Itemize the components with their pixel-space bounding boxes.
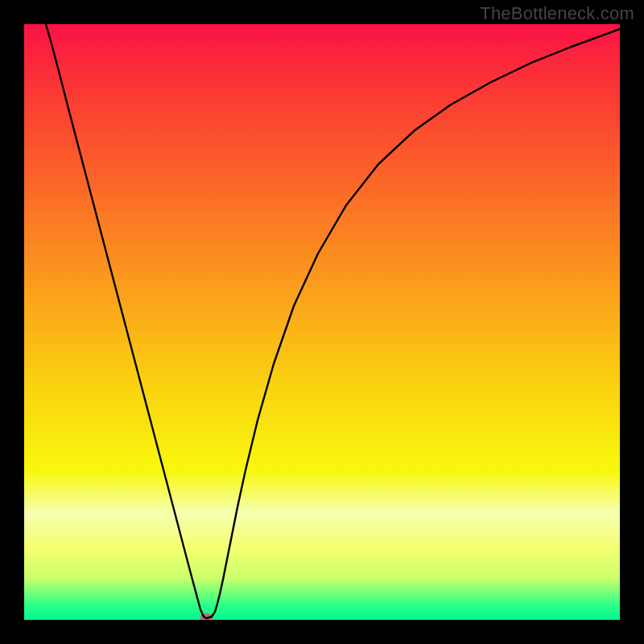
plot-svg bbox=[24, 24, 620, 620]
plot-background bbox=[24, 24, 620, 620]
chart-frame: TheBottleneck.com bbox=[0, 0, 644, 644]
watermark-text: TheBottleneck.com bbox=[480, 3, 634, 24]
plot-area bbox=[24, 24, 620, 620]
